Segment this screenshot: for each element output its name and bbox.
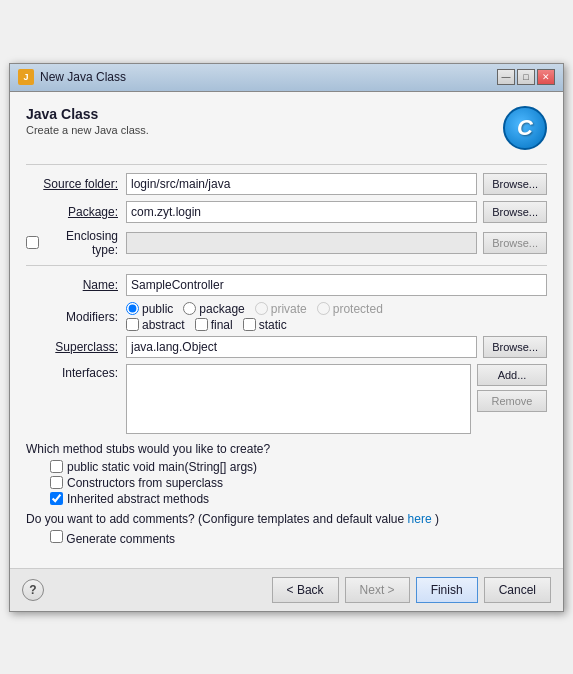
stubs-option-3: Inherited abstract methods bbox=[50, 492, 547, 506]
modifiers-radio-group: public package private protected bbox=[126, 302, 383, 316]
stubs-constructors-checkbox[interactable] bbox=[50, 476, 63, 489]
header-text: Java Class Create a new Java class. bbox=[26, 106, 149, 136]
separator-2 bbox=[26, 265, 547, 266]
modifier-public-label[interactable]: public bbox=[126, 302, 173, 316]
minimize-button[interactable]: — bbox=[497, 69, 515, 85]
next-button[interactable]: Next > bbox=[345, 577, 410, 603]
name-row: Name: bbox=[26, 274, 547, 296]
window-icon: J bbox=[18, 69, 34, 85]
interfaces-buttons: Add... Remove bbox=[477, 364, 547, 412]
name-input[interactable] bbox=[126, 274, 547, 296]
stubs-title: Which method stubs would you like to cre… bbox=[26, 442, 547, 456]
enclosing-type-browse-button: Browse... bbox=[483, 232, 547, 254]
dialog-subtitle: Create a new Java class. bbox=[26, 124, 149, 136]
package-input[interactable] bbox=[126, 201, 477, 223]
superclass-browse-button[interactable]: Browse... bbox=[483, 336, 547, 358]
package-label: Package: bbox=[26, 205, 126, 219]
enclosing-type-input bbox=[126, 232, 477, 254]
superclass-label: Superclass: bbox=[26, 340, 126, 354]
nav-buttons: < Back Next > Finish Cancel bbox=[272, 577, 551, 603]
package-row: Package: Browse... bbox=[26, 201, 547, 223]
dialog-title: Java Class bbox=[26, 106, 149, 122]
stubs-main-label[interactable]: public static void main(String[] args) bbox=[50, 460, 257, 474]
interfaces-box bbox=[126, 364, 471, 434]
generate-comments-label[interactable]: Generate comments bbox=[50, 530, 175, 546]
source-folder-row: Source folder: Browse... bbox=[26, 173, 547, 195]
superclass-row: Superclass: Browse... bbox=[26, 336, 547, 358]
modifier-package-label[interactable]: package bbox=[183, 302, 244, 316]
comments-question: Do you want to add comments? (Configure … bbox=[26, 512, 547, 526]
enclosing-type-row: Enclosing type: Browse... bbox=[26, 229, 547, 257]
name-label: Name: bbox=[26, 278, 126, 292]
generate-comments-checkbox[interactable] bbox=[50, 530, 63, 543]
stubs-option-1: public static void main(String[] args) bbox=[50, 460, 547, 474]
stubs-inherited-checkbox[interactable] bbox=[50, 492, 63, 505]
modifier-final-checkbox[interactable] bbox=[195, 318, 208, 331]
modifier-abstract-label[interactable]: abstract bbox=[126, 318, 185, 332]
interfaces-remove-button: Remove bbox=[477, 390, 547, 412]
title-buttons: — □ ✕ bbox=[497, 69, 555, 85]
dialog-content: Java Class Create a new Java class. C So… bbox=[10, 92, 563, 568]
modifier-static-checkbox[interactable] bbox=[243, 318, 256, 331]
comments-section: Do you want to add comments? (Configure … bbox=[26, 512, 547, 546]
interfaces-add-button[interactable]: Add... bbox=[477, 364, 547, 386]
modifier-private-radio bbox=[255, 302, 268, 315]
comments-here-link[interactable]: here bbox=[408, 512, 432, 526]
back-button[interactable]: < Back bbox=[272, 577, 339, 603]
modifier-protected-radio bbox=[317, 302, 330, 315]
modifier-final-label[interactable]: final bbox=[195, 318, 233, 332]
enclosing-type-checkbox-container: Enclosing type: bbox=[26, 229, 126, 257]
modifier-abstract-checkbox[interactable] bbox=[126, 318, 139, 331]
comments-option: Generate comments bbox=[50, 530, 547, 546]
cancel-button[interactable]: Cancel bbox=[484, 577, 551, 603]
java-logo: C bbox=[503, 106, 547, 150]
source-folder-input[interactable] bbox=[126, 173, 477, 195]
modifier-package-radio[interactable] bbox=[183, 302, 196, 315]
title-bar: J New Java Class — □ ✕ bbox=[10, 64, 563, 92]
enclosing-type-checkbox[interactable] bbox=[26, 236, 39, 249]
package-browse-button[interactable]: Browse... bbox=[483, 201, 547, 223]
maximize-button[interactable]: □ bbox=[517, 69, 535, 85]
close-button[interactable]: ✕ bbox=[537, 69, 555, 85]
interfaces-label: Interfaces: bbox=[26, 364, 126, 380]
source-folder-browse-button[interactable]: Browse... bbox=[483, 173, 547, 195]
header-section: Java Class Create a new Java class. C bbox=[26, 106, 547, 150]
stubs-option-2: Constructors from superclass bbox=[50, 476, 547, 490]
modifiers-checkbox-group: abstract final static bbox=[126, 318, 383, 332]
superclass-input[interactable] bbox=[126, 336, 477, 358]
modifier-public-radio[interactable] bbox=[126, 302, 139, 315]
modifier-private-label[interactable]: private bbox=[255, 302, 307, 316]
modifiers-row: Modifiers: public package private bbox=[26, 302, 547, 332]
dialog-window: J New Java Class — □ ✕ Java Class Create… bbox=[9, 63, 564, 612]
modifiers-label: Modifiers: bbox=[26, 310, 126, 324]
separator-1 bbox=[26, 164, 547, 165]
enclosing-type-label: Enclosing type: bbox=[43, 229, 118, 257]
window-title: New Java Class bbox=[40, 70, 126, 84]
help-container: ? bbox=[22, 579, 44, 601]
interfaces-section: Interfaces: Add... Remove bbox=[26, 364, 547, 434]
stubs-main-checkbox[interactable] bbox=[50, 460, 63, 473]
stubs-constructors-label[interactable]: Constructors from superclass bbox=[50, 476, 223, 490]
bottom-bar: ? < Back Next > Finish Cancel bbox=[10, 568, 563, 611]
stubs-section: Which method stubs would you like to cre… bbox=[26, 442, 547, 506]
modifier-static-label[interactable]: static bbox=[243, 318, 287, 332]
source-folder-label: Source folder: bbox=[26, 177, 126, 191]
help-button[interactable]: ? bbox=[22, 579, 44, 601]
finish-button[interactable]: Finish bbox=[416, 577, 478, 603]
modifier-protected-label[interactable]: protected bbox=[317, 302, 383, 316]
stubs-inherited-label[interactable]: Inherited abstract methods bbox=[50, 492, 209, 506]
